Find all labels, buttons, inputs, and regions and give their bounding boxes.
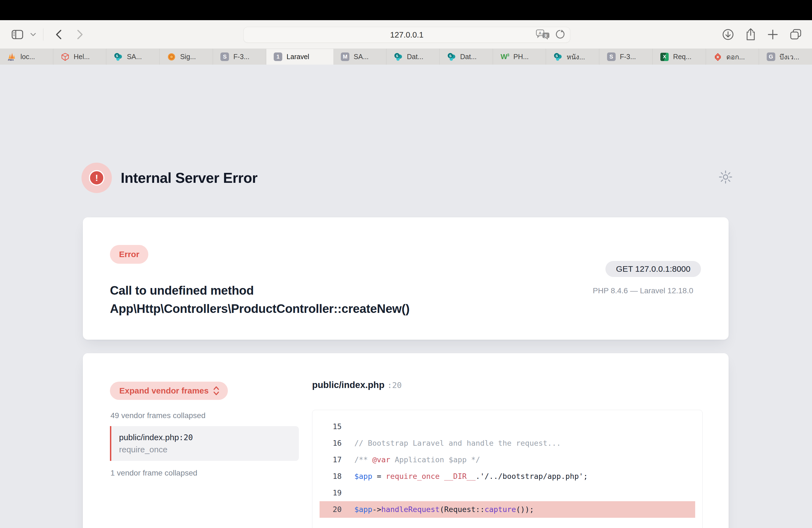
tab-6[interactable]: MSA...	[333, 49, 387, 64]
phpmyadmin-icon: PMA	[7, 53, 17, 61]
code-line: 15	[320, 419, 695, 435]
line-source	[342, 419, 354, 435]
svg-text:S: S	[116, 54, 118, 58]
error-summary-card: Error Call to undefined method App\Http\…	[83, 217, 729, 340]
tab-9[interactable]: W3PH...	[493, 49, 546, 64]
exclamation-icon: !	[89, 170, 104, 186]
orange-circle-icon	[167, 53, 176, 61]
frame-method: require_once	[119, 445, 291, 454]
translate-icon[interactable]: A文	[536, 29, 550, 41]
menu-bar	[0, 0, 812, 20]
tab-14[interactable]: Gบึงเว...	[759, 49, 812, 64]
line-number: 20	[320, 501, 342, 518]
frame-file: public/index.php:20	[119, 433, 291, 442]
laravel-box-icon	[60, 53, 70, 61]
code-line: 18$app = require_once __DIR__.'/../boots…	[320, 468, 695, 485]
code-header-line: :20	[387, 381, 402, 390]
request-method-badge: GET 127.0.0.1:8000	[605, 261, 701, 277]
tab-label: หนัง...	[566, 52, 585, 62]
svg-text:S: S	[556, 54, 558, 58]
tab-label: loc...	[20, 53, 35, 61]
sharepoint-icon: S	[553, 53, 563, 61]
tab-overview-icon[interactable]	[789, 28, 802, 41]
tab-2[interactable]: SSA...	[106, 49, 160, 64]
w3schools-icon: W3	[500, 53, 510, 61]
tab-strip: PMAloc...Hel...SSA...Sig...SF-3...1Larav…	[0, 49, 812, 64]
tab-10[interactable]: Sหนัง...	[546, 49, 599, 64]
letter-S-icon: S	[607, 53, 616, 61]
error-type-badge: Error	[110, 245, 148, 264]
stack-trace-card: Expand vendor frames 49 vendor frames co…	[83, 353, 729, 528]
letter-M-icon: M	[340, 53, 350, 61]
tab-label: SA...	[354, 53, 369, 61]
tab-12[interactable]: XReq...	[653, 49, 706, 64]
svg-text:S: S	[449, 54, 452, 58]
tab-active-5[interactable]: 1Laravel	[266, 49, 333, 64]
forward-button-icon[interactable]	[77, 30, 83, 40]
php-laravel-versions: PHP 8.4.6 — Laravel 12.18.0	[593, 287, 693, 295]
share-icon[interactable]	[745, 28, 756, 41]
code-line: 17/** @var Application $app */	[320, 452, 695, 468]
error-bubble-icon: !	[82, 163, 112, 193]
tab-0[interactable]: PMAloc...	[0, 49, 53, 64]
vendor-frames-collapsed-top: 49 vendor frames collapsed	[111, 411, 205, 420]
tab-label: Hel...	[74, 53, 90, 61]
url-text: 127.0.0.1	[390, 30, 424, 40]
tab-1[interactable]: Hel...	[53, 49, 106, 64]
line-source: $app->handleRequest(Request::capture());	[342, 501, 534, 518]
tab-label: ดอก...	[726, 52, 745, 62]
sharepoint-icon: S	[114, 53, 123, 61]
address-bar[interactable]: 127.0.0.1 A文	[243, 27, 570, 43]
tab-4[interactable]: SF-3...	[213, 49, 266, 64]
line-number: 19	[320, 485, 342, 501]
svg-text:S: S	[396, 54, 398, 58]
svg-text:A: A	[539, 31, 541, 35]
code-line-highlighted: 20$app->handleRequest(Request::capture()…	[320, 501, 695, 518]
tab-label: บึงเว...	[779, 52, 799, 62]
downloads-icon[interactable]	[722, 28, 734, 41]
tab-label: Dat...	[407, 53, 423, 61]
error-message-line1: Call to undefined method	[110, 283, 254, 297]
page-title: Internal Server Error	[121, 170, 257, 186]
expand-vendor-frames-label: Expand vendor frames	[119, 382, 208, 400]
vendor-frames-collapsed-bottom: 1 vendor frame collapsed	[111, 469, 197, 478]
svg-text:文: 文	[544, 34, 548, 38]
line-number: 15	[320, 419, 342, 435]
tab-3[interactable]: Sig...	[160, 49, 213, 64]
tab-7[interactable]: SDat...	[387, 49, 440, 64]
expand-vendor-frames-button[interactable]: Expand vendor frames	[110, 382, 228, 400]
stack-frame-item[interactable]: public/index.php:20 require_once	[110, 426, 299, 461]
error-message: Call to undefined method App\Http\Contro…	[110, 281, 410, 318]
laravel-error-page: ! Internal Server Error Error Call to un…	[0, 64, 812, 528]
sidebar-chevron-down-icon[interactable]	[30, 33, 36, 36]
back-button-icon[interactable]	[56, 30, 62, 40]
tab-label: Req...	[673, 53, 692, 61]
tab-13[interactable]: ดอก...	[706, 49, 759, 64]
sidebar-toggle-icon[interactable]	[12, 30, 23, 39]
sharepoint-icon: S	[394, 53, 403, 61]
tab-label: Laravel	[287, 53, 309, 61]
browser-toolbar: 127.0.0.1 A文	[0, 20, 812, 49]
tab-label: F-3...	[233, 53, 249, 61]
new-tab-icon[interactable]	[767, 29, 778, 40]
reload-icon[interactable]	[555, 29, 565, 40]
tab-11[interactable]: SF-3...	[599, 49, 653, 64]
tab-label: PH...	[513, 53, 529, 61]
tab-8[interactable]: SDat...	[440, 49, 493, 64]
code-line: 16// Bootstrap Laravel and handle the re…	[320, 435, 695, 452]
tab-label: Sig...	[180, 53, 196, 61]
sharepoint-icon: S	[447, 53, 456, 61]
error-message-line2: App\Http\Controllers\ProductController::…	[110, 302, 410, 316]
expand-collapse-chevrons-icon	[213, 386, 220, 396]
code-header-file: public/index.php	[312, 380, 385, 390]
letter-1-icon: 1	[273, 53, 283, 61]
theme-toggle-sun-icon[interactable]	[719, 170, 733, 184]
frame-line-number: :20	[179, 433, 193, 442]
line-source: /** @var Application $app */	[342, 452, 480, 468]
letter-G-icon: G	[766, 53, 775, 61]
tab-label: Dat...	[460, 53, 477, 61]
svg-text:PMA: PMA	[8, 58, 14, 61]
tab-label: SA...	[127, 53, 142, 61]
excel-icon: X	[660, 53, 669, 61]
red-chevrons-icon	[713, 53, 723, 61]
